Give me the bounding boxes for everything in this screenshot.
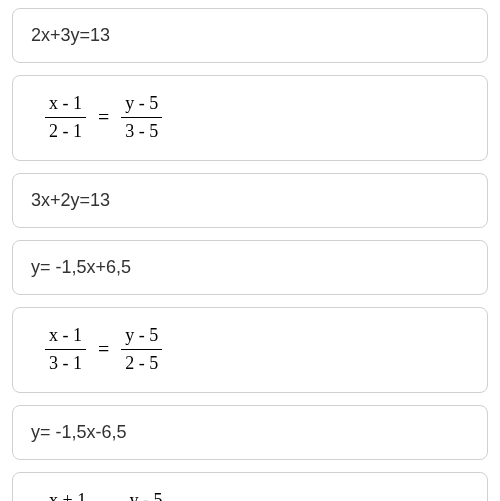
numerator: x - 1 [45, 324, 86, 350]
fraction-equation: x - 1 3 - 1 = y - 5 2 - 5 [31, 324, 469, 376]
numerator: x + 1 [45, 489, 90, 501]
equation-text: 2x+3y=13 [31, 25, 469, 46]
equation-text: y= -1,5x+6,5 [31, 257, 469, 278]
fraction-left: x - 1 3 - 1 [45, 324, 86, 376]
fraction-equation: x - 1 2 - 1 = y - 5 3 - 5 [31, 92, 469, 144]
equation-text: 3x+2y=13 [31, 190, 469, 211]
option-card[interactable]: y= -1,5x+6,5 [12, 240, 488, 295]
option-card[interactable]: y= -1,5x-6,5 [12, 405, 488, 460]
equals-sign: = [96, 338, 111, 361]
option-card[interactable]: x - 1 3 - 1 = y - 5 2 - 5 [12, 307, 488, 393]
fraction-right: y - 5 2 - 5 [121, 324, 162, 376]
denominator: 3 - 1 [45, 350, 86, 375]
numerator: y - 5 [121, 92, 162, 118]
option-card[interactable]: 3x+2y=13 [12, 173, 488, 228]
option-card[interactable]: x - 1 2 - 1 = y - 5 3 - 5 [12, 75, 488, 161]
fraction-equation: x + 1 3 + 1 = y - 5 2 - 5 [31, 489, 469, 501]
equals-sign: = [96, 106, 111, 129]
fraction-right: y - 5 2 - 5 [125, 489, 166, 501]
numerator: y - 5 [121, 324, 162, 350]
option-card[interactable]: 2x+3y=13 [12, 8, 488, 63]
fraction-right: y - 5 3 - 5 [121, 92, 162, 144]
fraction-left: x - 1 2 - 1 [45, 92, 86, 144]
fraction-left: x + 1 3 + 1 [45, 489, 90, 501]
numerator: y - 5 [125, 489, 166, 501]
denominator: 2 - 5 [121, 350, 162, 375]
option-card[interactable]: x + 1 3 + 1 = y - 5 2 - 5 [12, 472, 488, 501]
denominator: 2 - 1 [45, 118, 86, 143]
denominator: 3 - 5 [121, 118, 162, 143]
equation-text: y= -1,5x-6,5 [31, 422, 469, 443]
numerator: x - 1 [45, 92, 86, 118]
